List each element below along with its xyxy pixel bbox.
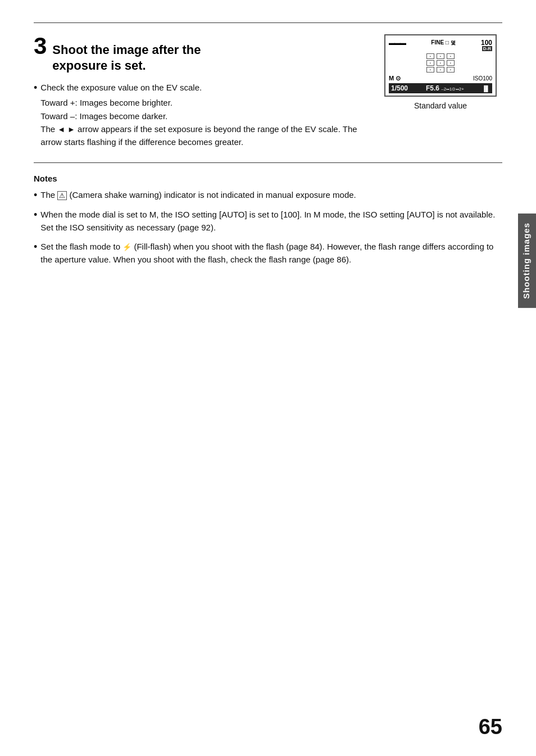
camera-shake-icon: ⚠: [57, 191, 67, 200]
cam-box: •: [437, 60, 444, 66]
step-title-line1: Shoot the image after the: [52, 42, 201, 58]
cam-grid-row-1: • • •: [426, 53, 455, 59]
cam-shutter: 1/500: [391, 84, 408, 92]
standard-value-label: Standard value: [414, 101, 467, 110]
mid-rule: [34, 162, 502, 163]
sub-lines: Toward +: Images become brighter. Toward…: [40, 96, 367, 148]
top-rule: [34, 22, 502, 23]
bullet-intro: Check the exposure value on the EV scale…: [40, 83, 202, 92]
cam-count: 100: [481, 39, 492, 47]
note-item-3: • Set the flash mode to ⚡ (Fill-flash) w…: [34, 240, 502, 266]
bullet-dot: •: [34, 81, 37, 95]
step-number: 3: [34, 34, 47, 58]
step-content: 3 Shoot the image after the exposure is …: [34, 34, 379, 151]
notes-section: Notes • The ⚠ (Camera shake warning) ind…: [34, 172, 502, 266]
cam-bars: ▐▌: [482, 85, 490, 92]
notes-heading: Notes: [34, 172, 502, 185]
cam-aperture: F5.6 –2••1⊙••2+: [426, 84, 464, 92]
cam-box: •: [447, 60, 455, 66]
side-tab-label: Shooting images: [521, 223, 531, 299]
cam-shutter-row: 1/500 F5.6 –2••1⊙••2+ ▐▌: [389, 83, 492, 93]
step-heading: 3 Shoot the image after the exposure is …: [34, 34, 367, 73]
note-text-2: When the mode dial is set to M, the ISO …: [40, 208, 502, 234]
main-bullet: • Check the exposure value on the EV sca…: [34, 81, 367, 149]
cam-grid: • • • • • • • • •: [389, 53, 492, 73]
note-item-1: • The ⚠ (Camera shake warning) indicator…: [34, 188, 502, 202]
cam-dr-badge: D-R: [482, 46, 492, 51]
cam-box: •: [437, 67, 444, 73]
camera-screen: ▬▬▬ FINE □ 몇 100 D-R • • •: [384, 34, 497, 97]
note-item-2: • When the mode dial is set to M, the IS…: [34, 208, 502, 234]
note-text-3: Set the flash mode to ⚡ (Fill-flash) whe…: [40, 240, 502, 266]
bullet-text: Check the exposure value on the EV scale…: [40, 81, 367, 149]
cam-m-label: M ⊙: [389, 75, 401, 82]
cam-box: •: [437, 53, 444, 59]
cam-grid-row-2: • • •: [426, 60, 455, 66]
page-container: 3 Shoot the image after the exposure is …: [0, 0, 536, 756]
page-number: 65: [479, 715, 502, 739]
step-section: 3 Shoot the image after the exposure is …: [34, 34, 502, 151]
note-text-1: The ⚠ (Camera shake warning) indicator i…: [40, 188, 502, 201]
note-dot-3: •: [34, 240, 37, 254]
page-number-section: 65: [479, 715, 502, 739]
arrow-icon: ◄ ►: [57, 125, 75, 134]
cam-box: •: [426, 53, 434, 59]
cam-box: •: [447, 67, 455, 73]
cam-bottom-info: M ⊙ ISO100: [389, 75, 492, 82]
step-title-line2: exposure is set.: [52, 58, 201, 74]
cam-box: •: [447, 53, 455, 59]
sub-line-2: Toward –: Images become darker.: [40, 110, 367, 123]
note-dot-1: •: [34, 188, 37, 202]
cam-iso: ISO100: [473, 75, 492, 82]
camera-panel: ▬▬▬ FINE □ 몇 100 D-R • • •: [379, 34, 502, 110]
cam-grid-row-3: • • •: [426, 67, 455, 73]
cam-box: •: [426, 60, 434, 66]
flash-icon: ⚡: [122, 243, 131, 251]
note-dot-2: •: [34, 208, 37, 222]
cam-top-row: ▬▬▬ FINE □ 몇 100: [389, 39, 492, 47]
cam-fine-storage: FINE □ 몇: [431, 39, 455, 47]
sub-line-1: Toward +: Images become brighter.: [40, 96, 367, 109]
side-tab: Shooting images: [518, 214, 536, 308]
cam-box: •: [426, 67, 434, 73]
sub-line-3: The ◄ ► arrow appears if the set exposur…: [40, 123, 367, 149]
battery-icon: ▬▬▬: [389, 39, 406, 46]
step-body: • Check the exposure value on the EV sca…: [34, 81, 367, 149]
